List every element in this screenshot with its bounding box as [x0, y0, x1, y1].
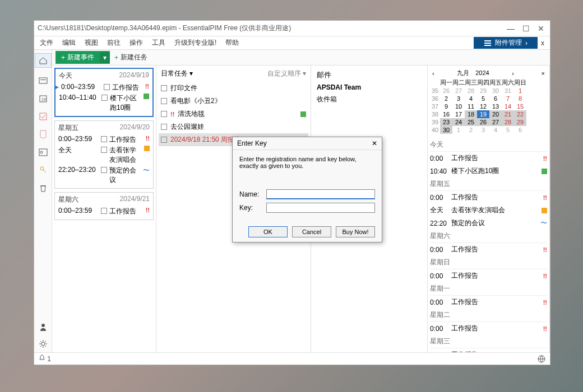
cal-day[interactable]: 25: [465, 118, 477, 126]
menu-升级到专业版![interactable]: 升级到专业版!: [171, 37, 220, 49]
cal-day[interactable]: 2: [440, 95, 452, 102]
close-button[interactable]: ✕: [538, 24, 544, 33]
cal-day[interactable]: 30: [489, 87, 502, 95]
menu-帮助[interactable]: 帮助: [222, 37, 242, 49]
agenda-row[interactable]: 0:00工作报告!!: [430, 243, 547, 256]
agenda-row[interactable]: 10:40楼下小区跑10圈: [430, 165, 547, 178]
cal-day[interactable]: 6: [489, 95, 502, 102]
cal-day[interactable]: 16: [440, 110, 452, 118]
agenda-row[interactable]: 0:00工作报告!!: [430, 296, 547, 309]
cal-day[interactable]: 11: [465, 102, 477, 110]
cal-day[interactable]: 7: [502, 95, 514, 102]
day-card[interactable]: 星期五2024/9/200:00–23:59工作报告!!全天去看张学友演唱会22…: [54, 120, 154, 189]
tasks-sort[interactable]: 自定义顺序 ▾: [267, 69, 306, 78]
cal-day[interactable]: 9: [440, 102, 452, 110]
task-row[interactable]: 去公园遛娃: [159, 120, 308, 133]
cal-day[interactable]: 17: [452, 110, 465, 118]
cal-day[interactable]: 5: [477, 95, 489, 102]
menu-编辑[interactable]: 编辑: [59, 37, 79, 49]
cal-day[interactable]: 21: [502, 110, 514, 118]
new-event-dropdown[interactable]: ▾: [100, 52, 110, 63]
agenda-row[interactable]: 0:00工作报告!!: [430, 191, 547, 204]
notifications[interactable]: 1: [39, 354, 51, 363]
cal-day[interactable]: 28: [502, 118, 514, 126]
cal-day[interactable]: 8: [514, 95, 526, 102]
buy-button[interactable]: Buy Now!: [336, 226, 375, 237]
menu-操作[interactable]: 操作: [126, 37, 146, 49]
agenda-row[interactable]: 0:00工作报告!!: [430, 348, 547, 352]
cal-day[interactable]: 13: [489, 102, 502, 110]
agenda-row[interactable]: 全天去看张学友演唱会: [430, 204, 547, 217]
nav-settings[interactable]: [38, 339, 48, 349]
task-row[interactable]: !!清洗地毯: [159, 108, 308, 120]
agenda-row[interactable]: 0:00工作报告!!: [430, 152, 547, 165]
nav-contacts2[interactable]: [38, 147, 48, 157]
attachments-button[interactable]: 附件管理 ›: [474, 37, 538, 49]
tasks-title[interactable]: 日常任务 ▾: [161, 69, 193, 78]
cal-day[interactable]: 5: [502, 126, 514, 134]
event-row[interactable]: ▸0:00–23:59工作报告!!: [59, 83, 149, 92]
nav-contacts[interactable]: [38, 76, 48, 86]
mail-account[interactable]: APSDAI Team: [313, 82, 425, 92]
cal-day[interactable]: 19: [477, 110, 489, 118]
cal-day[interactable]: 10: [452, 102, 465, 110]
event-row[interactable]: 22:20–23:20预定的会议〜: [58, 166, 150, 185]
task-row[interactable]: 看电影《小丑2》: [159, 95, 308, 108]
event-row[interactable]: 0:00–23:59工作报告!!: [58, 135, 150, 144]
cal-day[interactable]: 23: [440, 118, 452, 126]
cal-day[interactable]: 22: [514, 110, 526, 118]
task-row[interactable]: 打印文件: [159, 82, 308, 95]
nav-trash[interactable]: [38, 183, 48, 193]
event-row[interactable]: 10:40–11:40楼下小区跑10圈: [59, 94, 149, 113]
menu-文件[interactable]: 文件: [36, 37, 57, 49]
cal-day[interactable]: 26: [477, 118, 489, 126]
cal-day[interactable]: 29: [514, 118, 526, 126]
cal-day[interactable]: 15: [514, 102, 526, 110]
minimize-button[interactable]: —: [507, 24, 515, 33]
agenda-row[interactable]: 22:20预定的会议〜: [430, 217, 547, 230]
cal-day[interactable]: 30: [440, 126, 452, 134]
day-card[interactable]: 星期六2024/9/210:00–23:59工作报告!!: [54, 192, 154, 220]
cal-day[interactable]: 28: [465, 87, 477, 95]
new-event-button[interactable]: + 新建事件 ▾: [55, 51, 110, 64]
event-row[interactable]: 全天去看张学友演唱会: [58, 146, 150, 165]
globe-button[interactable]: [538, 355, 545, 363]
new-task-button[interactable]: + 新建任务: [114, 53, 147, 62]
nav-tasks[interactable]: [38, 111, 48, 122]
cal-day[interactable]: 31: [502, 87, 514, 95]
day-card[interactable]: 今天2024/9/19▸0:00–23:59工作报告!!10:40–11:40楼…: [54, 68, 154, 117]
menu-前往[interactable]: 前往: [104, 37, 124, 49]
mail-inbox[interactable]: 收件箱: [313, 92, 425, 106]
cancel-button[interactable]: Cancel: [292, 226, 331, 237]
event-row[interactable]: 0:00–23:59工作报告!!: [58, 207, 150, 216]
name-input[interactable]: [266, 189, 375, 199]
nav-passwords[interactable]: [38, 165, 48, 175]
nav-calendar[interactable]: 19: [38, 94, 48, 104]
cal-day[interactable]: 27: [489, 118, 502, 126]
agenda-row[interactable]: 0:00工作报告!!: [430, 269, 547, 282]
agenda-row[interactable]: 0:00工作报告!!: [430, 322, 547, 335]
menu-视图[interactable]: 视图: [81, 37, 101, 49]
cal-day[interactable]: 27: [452, 87, 465, 95]
menu-工具[interactable]: 工具: [149, 37, 169, 49]
cal-day[interactable]: 1: [514, 87, 526, 95]
cal-day[interactable]: 1: [452, 126, 465, 134]
cal-prev[interactable]: ‹: [432, 70, 434, 77]
cal-day[interactable]: 20: [489, 110, 502, 118]
cal-day[interactable]: 3: [477, 126, 489, 134]
cal-next[interactable]: ›: [512, 70, 514, 77]
cal-day[interactable]: 3: [452, 95, 465, 102]
cal-day[interactable]: 4: [465, 95, 477, 102]
key-input[interactable]: [266, 203, 375, 213]
nav-notes[interactable]: [38, 129, 48, 139]
nav-home[interactable]: [35, 53, 52, 68]
dialog-close[interactable]: ✕: [372, 139, 377, 147]
attachments-close[interactable]: x: [538, 39, 548, 47]
cal-close[interactable]: ×: [542, 70, 545, 77]
nav-user[interactable]: [38, 322, 48, 332]
cal-day[interactable]: 18: [465, 110, 477, 118]
maximize-button[interactable]: ☐: [522, 24, 530, 33]
cal-day[interactable]: 29: [477, 87, 489, 95]
cal-day[interactable]: 6: [514, 126, 526, 134]
cal-day[interactable]: 26: [440, 87, 452, 95]
